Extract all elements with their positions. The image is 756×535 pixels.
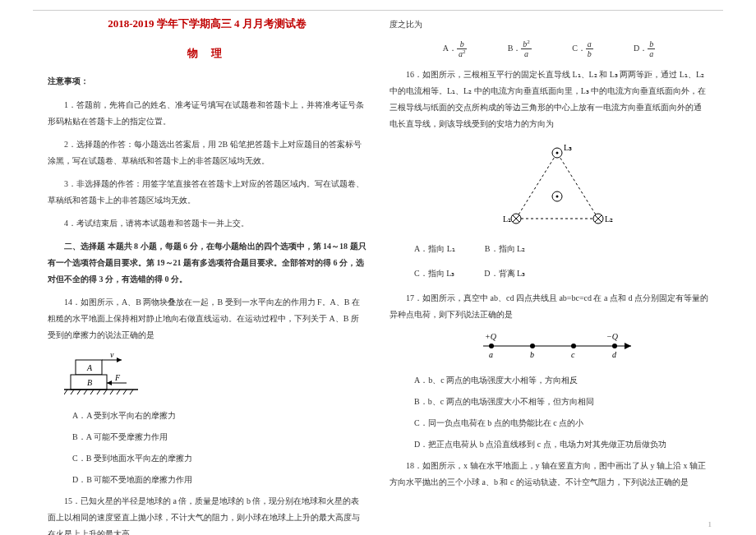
c-label: c [571,350,575,359]
svg-line-5 [77,390,81,394]
velocity-arrow-icon [117,357,122,362]
right-column: 度之比为 A．ba2 B．b2a C．ab D．ba 16．如图所示，三根相互平… [378,16,723,527]
axis-arrow-icon [625,343,631,349]
exam-title: 2018-2019 学年下学期高三 4 月月考测试卷 [48,16,366,31]
notes-header: 注意事项： [48,76,366,87]
q14-choice-C: C．B 受到地面水平向左的摩擦力 [48,450,366,467]
q15-choices: A．ba2 B．b2a C．ab D．ba [390,39,708,58]
q15-choice-D: D．ba [634,39,655,58]
q16-choice-A: A．指向 L₁ [414,241,455,257]
q15-text: 15．已知火星的半径是地球的 a 倍，质量是地球的 b 倍，现分别在地球和火星的… [48,493,366,535]
note-3: 3．非选择题的作答：用签字笔直接答在答题卡上对应的答题区域内。写在试题卷、草稿纸… [48,176,366,209]
a-label: a [489,350,493,359]
svg-line-8 [97,390,100,394]
note-2: 2．选择题的作答：每小题选出答案后，用 2B 铅笔把答题卡上对应题目的答案标号涂… [48,136,366,169]
q16-choice-B: B．指向 L₂ [485,241,525,257]
svg-line-9 [104,390,107,394]
svg-line-3 [64,390,67,394]
q14-figure: A B v F [64,352,366,399]
q14-choice-B: B．A 可能不受摩擦力作用 [48,429,366,445]
q17-text: 17．如图所示，真空中 ab、cd 四点共线且 ab=bc=cd 在 a 点和 … [390,290,708,323]
ground-hatch [64,390,133,394]
block-A-label: A [86,363,93,372]
note-4: 4．考试结束后，请将本试题卷和答题卡一并上交。 [48,215,366,232]
svg-line-10 [110,390,113,394]
point-b-icon [530,344,535,348]
q15-choice-A: A．ba2 [443,39,468,58]
left-column: 2018-2019 学年下学期高三 4 月月考测试卷 物 理 注意事项： 1．答… [33,16,378,527]
point-d-icon [612,344,617,348]
q15-choice-C: C．ab [572,39,593,58]
svg-point-23 [556,152,559,155]
svg-line-12 [123,390,127,394]
q16-choice-C: C．指向 L₃ [414,265,454,282]
q15-continuation: 度之比为 [390,16,708,33]
plusQ-label: +Q [485,332,497,341]
svg-line-18 [557,153,598,219]
q16-choice-D: D．背离 L₃ [484,265,525,282]
note-1: 1．答题前，先将自己的姓名、准考证号填写在试题卷和答题卡上，并将准考证号条形码粘… [48,97,366,130]
q15-choice-B: B．b2a [508,39,532,58]
point-c-icon [571,344,576,348]
page-top-rule [33,10,723,11]
q17-choice-D: D．把正点电荷从 b 点沿直线移到 c 点，电场力对其先做正功后做负功 [390,436,708,453]
svg-line-6 [84,390,87,394]
svg-point-24 [556,196,559,198]
q16-choices-row1: A．指向 L₁ B．指向 L₂ [390,241,708,257]
q14-choice-D: D．B 可能不受地面的摩擦力作用 [48,472,366,488]
minusQ-label: −Q [606,332,619,341]
q17-choice-C: C．同一负点电荷在 b 点的电势能比在 c 点的小 [390,415,708,431]
svg-line-4 [71,390,74,394]
d-label: d [612,350,617,359]
block-B-label: B [87,378,92,387]
force-arrow-icon [107,380,112,385]
q14-text: 14．如图所示，A、B 两物块叠放在一起，B 受到一水平向左的作用力 F。A、B… [48,294,366,344]
point-a-icon [489,344,494,348]
L3-label: L₃ [564,143,572,152]
q17-figure: +Q −Q a b c d [406,331,708,364]
svg-line-17 [516,153,557,219]
b-label: b [530,350,534,359]
q16-choices-row2: C．指向 L₃ D．背离 L₃ [390,265,708,282]
L2-label: L₂ [605,214,613,224]
L1-label: L₁ [503,214,511,224]
q16-figure: L₁ L₂ L₃ [406,141,708,233]
section-2-header: 二、选择题 本题共 8 小题，每题 6 分，在每小题给出的四个选项中，第 14～… [48,238,366,288]
q16-text: 16．如图所示，三根相互平行的固定长直导线 L₁、L₂ 和 L₃ 两两等距，通过… [390,67,708,132]
svg-line-13 [130,390,133,394]
force-label: F [114,373,121,382]
velocity-label: v [110,352,114,359]
q17-choice-A: A．b、c 两点的电场强度大小相等，方向相反 [390,372,708,389]
svg-line-11 [117,390,120,394]
svg-line-7 [90,390,94,394]
exam-subject: 物 理 [48,46,366,61]
q14-choice-A: A．A 受到水平向右的摩擦力 [48,408,366,424]
q17-choice-B: B．b、c 两点的电场强度大小不相等，但方向相同 [390,394,708,410]
page-number: 1 [708,520,712,528]
q18-text: 18．如图所示，x 轴在水平地面上，y 轴在竖直方向，图中画出了从 y 轴上沿 … [390,458,708,491]
